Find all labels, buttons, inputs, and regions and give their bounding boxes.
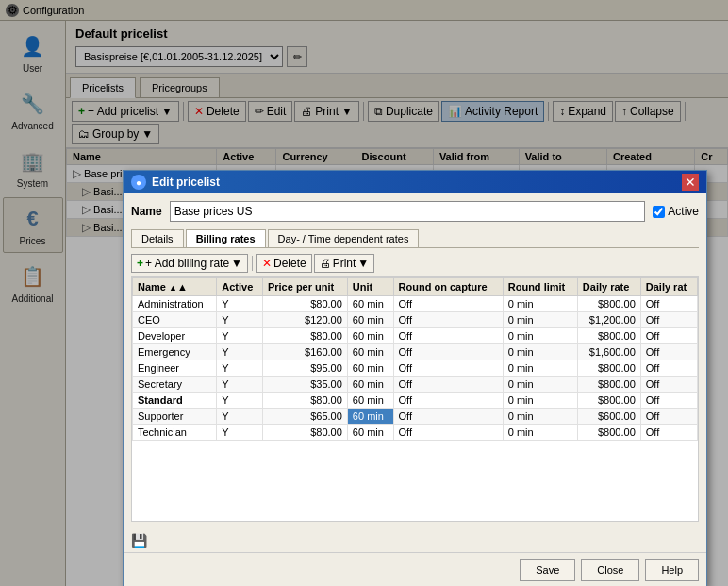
billing-cell: Off — [393, 312, 503, 328]
billing-cell: Off — [393, 344, 503, 360]
add-billing-label: + Add billing rate — [145, 257, 229, 270]
inner-col-active[interactable]: Active — [217, 278, 263, 296]
billing-cell: Off — [393, 377, 503, 393]
billing-cell: $80.00 — [262, 328, 347, 344]
billing-cell: Off — [393, 425, 503, 441]
billing-table-row[interactable]: TechnicianY$80.0060 minOff0 min$800.00Of… — [133, 425, 698, 441]
billing-cell: Y — [217, 393, 263, 409]
billing-cell: Administration — [133, 296, 217, 312]
billing-cell: $160.00 — [262, 344, 347, 360]
billing-cell: Technician — [133, 425, 217, 441]
billing-cell: Y — [217, 377, 263, 393]
billing-table-row[interactable]: EmergencyY$160.0060 minOff0 min$1,600.00… — [133, 344, 698, 360]
billing-cell: Off — [640, 344, 697, 360]
billing-cell: $600.00 — [577, 409, 640, 425]
inner-col-round-capture[interactable]: Round on capture — [393, 278, 503, 296]
billing-cell: 60 min — [347, 393, 393, 409]
billing-cell: 60 min — [347, 409, 393, 425]
inner-toolbar: + + Add billing rate ▼ ✕ Delete 🖨 Print … — [131, 254, 699, 273]
modal-tab-billing-rates[interactable]: Billing rates — [186, 229, 266, 247]
billing-cell: $120.00 — [262, 312, 347, 328]
close-button[interactable]: Close — [581, 559, 639, 581]
active-checkbox[interactable] — [653, 206, 665, 218]
billing-cell: Y — [217, 344, 263, 360]
modal-save-row: 💾 — [124, 529, 706, 552]
inner-col-daily-rat[interactable]: Daily rat — [640, 278, 697, 296]
billing-cell: 60 min — [347, 312, 393, 328]
modal-tab-day-time[interactable]: Day- / Time dependent rates — [268, 229, 420, 247]
billing-cell: Y — [217, 328, 263, 344]
inner-col-price[interactable]: Price per unit — [262, 278, 347, 296]
billing-table-row[interactable]: SupporterY$65.0060 minOff0 min$600.00Off — [133, 409, 698, 425]
inner-print-dropdown[interactable]: ▼ — [357, 257, 369, 270]
billing-cell: Off — [393, 360, 503, 377]
active-checkbox-row: Active — [653, 205, 699, 218]
save-button[interactable]: Save — [520, 559, 575, 581]
billing-cell: 0 min — [503, 328, 577, 344]
modal-body: Name Active Details Billing rates Day- /… — [124, 193, 706, 529]
billing-cell: Off — [640, 393, 697, 409]
billing-table-row[interactable]: SecretaryY$35.0060 minOff0 min$800.00Off — [133, 377, 698, 393]
name-row: Name Active — [131, 201, 699, 222]
name-input[interactable] — [170, 201, 646, 222]
billing-cell: Engineer — [133, 360, 217, 377]
billing-cell: Emergency — [133, 344, 217, 360]
billing-cell: Y — [217, 409, 263, 425]
billing-cell: Off — [640, 425, 697, 441]
billing-cell: 0 min — [503, 425, 577, 441]
billing-cell: Developer — [133, 328, 217, 344]
inner-delete-button[interactable]: ✕ Delete — [256, 254, 312, 273]
billing-cell: $800.00 — [577, 360, 640, 377]
save-disk-icon[interactable]: 💾 — [131, 533, 147, 548]
inner-delete-label: Delete — [273, 257, 306, 270]
inner-col-daily-rate[interactable]: Daily rate — [577, 278, 640, 296]
edit-pricelist-modal: ● Edit pricelist ✕ Name Active Details B… — [123, 170, 707, 586]
active-label: Active — [668, 205, 699, 218]
billing-table-row[interactable]: CEOY$120.0060 minOff0 min$1,200.00Off — [133, 312, 698, 328]
modal-title-text: Edit pricelist — [152, 176, 220, 189]
billing-cell: $1,600.00 — [577, 344, 640, 360]
modal-close-button[interactable]: ✕ — [682, 174, 699, 191]
billing-cell: $35.00 — [262, 377, 347, 393]
inner-sep-1 — [252, 256, 253, 271]
billing-cell: Secretary — [133, 377, 217, 393]
inner-col-unit[interactable]: Unit — [347, 278, 393, 296]
billing-cell: $800.00 — [577, 393, 640, 409]
inner-delete-icon: ✕ — [262, 257, 272, 270]
billing-cell: Supporter — [133, 409, 217, 425]
inner-print-button[interactable]: 🖨 Print ▼ — [314, 254, 375, 273]
billing-table-row[interactable]: AdministrationY$80.0060 minOff0 min$800.… — [133, 296, 698, 312]
billing-cell: 0 min — [503, 360, 577, 377]
billing-cell: $80.00 — [262, 296, 347, 312]
add-billing-rate-button[interactable]: + + Add billing rate ▼ — [131, 254, 248, 273]
billing-cell: $95.00 — [262, 360, 347, 377]
billing-cell: Standard — [133, 393, 217, 409]
billing-cell: Off — [640, 312, 697, 328]
billing-cell: 0 min — [503, 377, 577, 393]
inner-col-name[interactable]: Name ▲ — [133, 278, 217, 296]
billing-cell: $80.00 — [262, 393, 347, 409]
billing-cell: $80.00 — [262, 425, 347, 441]
modal-titlebar: ● Edit pricelist ✕ — [124, 171, 706, 193]
modal-tab-details[interactable]: Details — [131, 229, 184, 247]
help-button[interactable]: Help — [645, 559, 699, 581]
billing-table-row[interactable]: StandardY$80.0060 minOff0 min$800.00Off — [133, 393, 698, 409]
billing-cell: Off — [640, 328, 697, 344]
billing-cell: 0 min — [503, 393, 577, 409]
billing-cell: $800.00 — [577, 425, 640, 441]
billing-cell: Off — [393, 409, 503, 425]
add-billing-dropdown[interactable]: ▼ — [231, 257, 242, 270]
inner-col-round-limit[interactable]: Round limit — [503, 278, 577, 296]
billing-table-row[interactable]: EngineerY$95.0060 minOff0 min$800.00Off — [133, 360, 698, 377]
name-label: Name — [131, 205, 162, 218]
modal-overlay: ● Edit pricelist ✕ Name Active Details B… — [0, 0, 728, 586]
modal-footer: Save Close Help — [124, 552, 706, 586]
billing-table-row[interactable]: DeveloperY$80.0060 minOff0 min$800.00Off — [133, 328, 698, 344]
add-billing-icon: + — [137, 257, 143, 270]
modal-tabs: Details Billing rates Day- / Time depend… — [131, 229, 699, 248]
inner-print-label: Print — [333, 257, 356, 270]
billing-cell: Off — [640, 296, 697, 312]
billing-cell: Off — [640, 377, 697, 393]
inner-print-icon: 🖨 — [320, 257, 331, 270]
billing-cell: 60 min — [347, 296, 393, 312]
